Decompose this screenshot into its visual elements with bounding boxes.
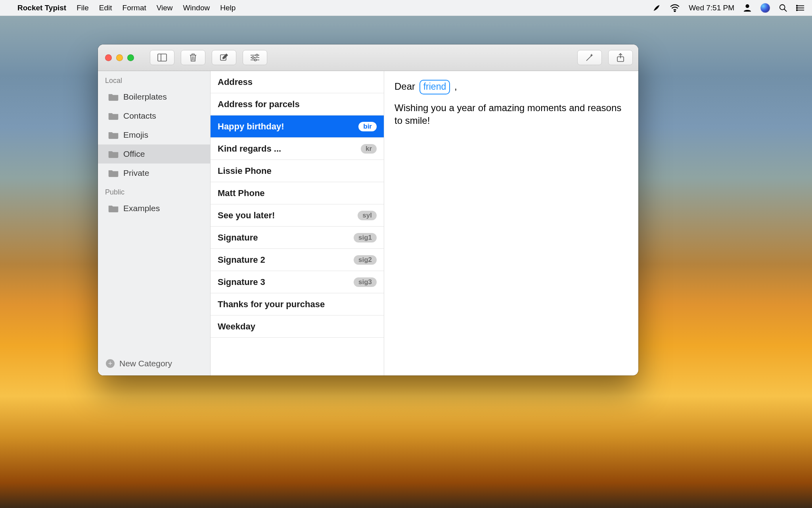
sidebar-item-contacts[interactable]: Contacts (98, 106, 210, 125)
snippet-title: Signature (218, 233, 258, 243)
snippet-row[interactable]: Happy birthday!bir (211, 115, 384, 138)
snippet-row[interactable]: Signaturesig1 (211, 227, 384, 249)
snippet-abbr-badge: kr (361, 144, 377, 154)
snippet-title: Happy birthday! (218, 121, 284, 132)
snippet-row[interactable]: Matt Phone (211, 182, 384, 204)
svg-point-7 (796, 5, 797, 6)
magic-button[interactable] (577, 50, 602, 65)
folder-icon (108, 169, 119, 177)
share-button[interactable] (608, 50, 633, 65)
svg-point-18 (252, 57, 254, 59)
snippet-abbr-badge: syl (358, 211, 377, 220)
settings-button[interactable] (243, 50, 267, 65)
snippet-list: AddressAddress for parcelsHappy birthday… (211, 71, 384, 375)
sidebar-item-label: Private (123, 168, 149, 178)
folder-icon (108, 204, 119, 212)
sidebar-item-emojis[interactable]: Emojis (98, 125, 210, 144)
snippet-title: Weekday (218, 321, 255, 332)
sidebar-item-private[interactable]: Private (98, 164, 210, 183)
snippet-row[interactable]: Address (211, 71, 384, 93)
user-status-icon[interactable] (743, 4, 752, 12)
menu-format[interactable]: Format (123, 4, 146, 12)
snippet-title: See you later! (218, 210, 275, 221)
menu-help[interactable]: Help (220, 4, 236, 12)
snippet-row[interactable]: Signature 3sig3 (211, 271, 384, 293)
window-zoom-button[interactable] (127, 54, 134, 61)
sidebar-section-public: Public (98, 183, 210, 199)
sidebar-item-examples[interactable]: Examples (98, 199, 210, 218)
compose-button[interactable] (212, 50, 236, 65)
snippet-abbr-badge: bir (358, 122, 377, 131)
window-minimize-button[interactable] (116, 54, 123, 61)
snippet-row[interactable]: Address for parcels (211, 93, 384, 115)
sidebar-item-office[interactable]: Office (98, 144, 210, 164)
sidebar-item-label: Emojis (123, 130, 148, 140)
delete-button[interactable] (181, 50, 205, 65)
folder-icon (108, 93, 119, 101)
sidebar-section-local: Local (98, 71, 210, 87)
snippet-title: Thanks for your purchase (218, 299, 325, 310)
snippet-title: Signature 2 (218, 255, 265, 265)
menu-file[interactable]: File (77, 4, 89, 12)
snippet-title: Address for parcels (218, 99, 300, 110)
folder-icon (108, 131, 119, 139)
svg-point-8 (796, 7, 797, 8)
snippet-editor[interactable]: Dear friend , Wishing you a year of amaz… (384, 71, 638, 375)
snippet-title: Signature 3 (218, 277, 265, 287)
app-menu[interactable]: Rocket Typist (17, 4, 66, 12)
wifi-status-icon[interactable] (670, 4, 680, 12)
rocket-status-icon[interactable] (652, 4, 661, 12)
svg-point-1 (745, 4, 749, 8)
snippet-row[interactable]: Thanks for your purchase (211, 293, 384, 316)
snippet-title: Address (218, 77, 253, 87)
macos-menubar: Rocket Typist File Edit Format View Wind… (0, 0, 812, 16)
menu-window[interactable]: Window (183, 4, 210, 12)
menu-view[interactable]: View (157, 4, 173, 12)
plus-icon: + (106, 359, 115, 368)
svg-point-0 (674, 11, 676, 12)
svg-rect-10 (158, 54, 167, 61)
app-window: Local Boilerplates Contacts Emojis Offic… (98, 44, 638, 375)
snippet-title: Kind regards ... (218, 144, 281, 154)
menubar-clock[interactable]: Wed 7:51 PM (689, 4, 734, 12)
window-close-button[interactable] (105, 54, 112, 61)
sidebar-item-label: Examples (123, 204, 160, 213)
editor-text: , (452, 81, 457, 92)
window-traffic-lights (105, 54, 134, 61)
snippet-row[interactable]: Kind regards ...kr (211, 138, 384, 160)
svg-point-9 (796, 10, 797, 11)
editor-body-text: Wishing you a year of amazing moments an… (395, 102, 628, 127)
snippet-abbr-badge: sig3 (354, 277, 377, 287)
menu-edit[interactable]: Edit (99, 4, 112, 12)
toggle-sidebar-button[interactable] (150, 50, 174, 65)
svg-point-20 (255, 59, 257, 61)
spotlight-icon[interactable] (779, 4, 787, 12)
notification-center-icon[interactable] (796, 4, 805, 12)
snippet-title: Lissie Phone (218, 166, 272, 176)
editor-text: Dear (395, 81, 418, 92)
snippet-row[interactable]: Signature 2sig2 (211, 249, 384, 271)
placeholder-chip[interactable]: friend (419, 80, 450, 94)
folder-icon (108, 150, 119, 158)
folder-icon (108, 112, 119, 120)
svg-line-3 (784, 9, 787, 11)
window-titlebar[interactable] (98, 44, 638, 71)
siri-icon[interactable] (760, 3, 770, 13)
snippet-abbr-badge: sig2 (354, 255, 377, 265)
svg-point-2 (780, 4, 785, 10)
new-category-label: New Category (119, 359, 172, 368)
snippet-title: Matt Phone (218, 188, 265, 198)
new-category-button[interactable]: + New Category (98, 353, 210, 375)
snippet-abbr-badge: sig1 (354, 233, 377, 242)
snippet-row[interactable]: Weekday (211, 316, 384, 338)
svg-point-16 (256, 54, 258, 56)
sidebar-item-label: Contacts (123, 111, 156, 121)
sidebar-item-boilerplates[interactable]: Boilerplates (98, 87, 210, 106)
editor-line-greeting: Dear friend , (395, 80, 628, 94)
sidebar-item-label: Office (123, 149, 145, 159)
sidebar-item-label: Boilerplates (123, 92, 167, 102)
sidebar: Local Boilerplates Contacts Emojis Offic… (98, 71, 211, 375)
snippet-row[interactable]: Lissie Phone (211, 160, 384, 182)
snippet-row[interactable]: See you later!syl (211, 204, 384, 227)
